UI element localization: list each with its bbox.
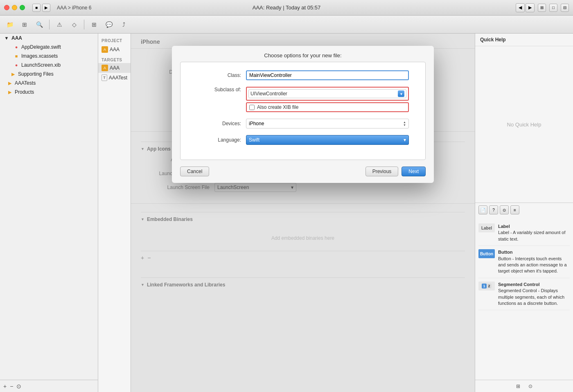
cancel-button[interactable]: Cancel xyxy=(180,167,209,176)
language-value: Swift xyxy=(249,137,259,143)
folder-icon-tests: ▶ xyxy=(7,80,13,86)
share-icon[interactable]: ⤴ xyxy=(117,18,130,31)
attributes-inspector-tab[interactable]: ≡ xyxy=(510,205,519,214)
button-component-text: Button Button - Intercepts touch events … xyxy=(498,249,570,275)
sidebar-item-appdelegate[interactable]: ● AppDelegate.swift xyxy=(0,43,98,52)
dialog-language-row: Language: Swift ▾ xyxy=(197,135,409,145)
segmented-component-description: Segmented Control - Displays multiple se… xyxy=(498,288,570,306)
sidebar-footer: + − ⊙ xyxy=(0,380,98,392)
toolbar-separator-2 xyxy=(84,20,84,29)
identity-inspector-tab[interactable]: ⊙ xyxy=(500,205,509,214)
swift-file-icon: ● xyxy=(13,44,20,50)
device-label: Devices: xyxy=(197,121,246,126)
grid-icon[interactable]: ⊞ xyxy=(18,18,31,31)
remove-file-button[interactable]: − xyxy=(10,383,13,390)
label-component-icon: Label xyxy=(478,223,495,232)
button-component-description: Button - Intercepts touch events and sen… xyxy=(498,256,570,275)
target-icon: A xyxy=(102,65,108,71)
sidebar-project-name: AAA xyxy=(11,35,22,41)
language-label: Language: xyxy=(197,137,246,143)
project-header: PROJECT xyxy=(98,37,131,45)
button-component-icon: Button xyxy=(478,249,495,258)
titlebar: ■ ▶ AAA > iPhone 6 AAA: Ready | Today at… xyxy=(0,0,573,16)
dialog-body: Class: Subclass of: UIViewController xyxy=(180,62,426,160)
nav-target-aaa[interactable]: A AAA xyxy=(98,63,131,73)
layout-split-icon[interactable]: ⊞ xyxy=(88,18,101,31)
previous-button[interactable]: Previous xyxy=(365,167,399,176)
fullscreen-button[interactable] xyxy=(20,5,25,10)
main-layout: ▼ AAA ● AppDelegate.swift ■ Images.xcass… xyxy=(0,34,573,392)
targets-header: TARGETS xyxy=(98,54,131,63)
device-field: iPhone ▲ ▼ xyxy=(246,119,409,128)
asset-icon: ■ xyxy=(13,53,20,59)
xib-checkbox[interactable] xyxy=(249,105,255,110)
bookmark-icon[interactable]: ◇ xyxy=(68,18,81,31)
search-icon[interactable]: 🔍 xyxy=(33,18,46,31)
grid-view-button[interactable]: ⊞ xyxy=(516,383,520,389)
comment-icon[interactable]: 💬 xyxy=(102,18,115,31)
label-component-description: Label - A variably sized amount of stati… xyxy=(498,230,570,242)
segmented-component-text: Segmented Control Segmented Control - Di… xyxy=(498,282,570,307)
nav-target-aaatest[interactable]: T AAATest xyxy=(98,73,131,83)
new-file-dialog: Choose options for your new file: Class:… xyxy=(172,46,434,183)
forward-nav-button[interactable]: ▶ xyxy=(526,3,535,12)
breadcrumb-text: AAA > iPhone 6 xyxy=(57,5,91,11)
layout-button-1[interactable]: ⊞ xyxy=(538,4,546,12)
window-title: AAA: Ready | Today at 05:57 xyxy=(253,5,320,11)
sidebar-item-products[interactable]: ▶ Products xyxy=(0,88,98,97)
stepper-up-icon: ▲ xyxy=(403,121,406,124)
language-field: Swift ▾ xyxy=(246,135,409,145)
titlebar-right: ◀ ▶ ⊞ □ ⊟ xyxy=(516,3,569,12)
device-value: iPhone xyxy=(249,121,264,126)
sidebar-item-label-images: Images.xcassets xyxy=(21,53,58,59)
minimize-button[interactable] xyxy=(12,5,17,10)
sidebar-item-aaatests[interactable]: ▶ AAATests xyxy=(0,79,98,88)
quick-help-content: No Quick Help xyxy=(475,46,573,203)
sidebar-item-label-appdelegate: AppDelegate.swift xyxy=(21,44,61,50)
dialog-footer: Cancel Previous Next xyxy=(172,167,434,183)
device-dropdown[interactable]: iPhone ▲ ▼ xyxy=(246,119,409,128)
library-item-button: Button Button Button - Intercepts touch … xyxy=(478,246,570,278)
sidebar-item-supporting-files[interactable]: ▶ Supporting Files xyxy=(0,70,98,79)
file-inspector-tab[interactable]: 📄 xyxy=(478,205,487,214)
quick-help-tab[interactable]: ? xyxy=(489,205,498,214)
layout-button-3[interactable]: ⊟ xyxy=(561,4,569,12)
nav-project-aaa[interactable]: A AAA xyxy=(98,45,131,54)
folder-icon-supporting: ▶ xyxy=(10,71,16,77)
subclass-field: UIViewController ▾ Also create XIB file xyxy=(246,87,409,112)
class-input[interactable] xyxy=(246,70,409,80)
xib-icon: ● xyxy=(13,62,20,68)
stop-button[interactable]: ■ xyxy=(32,4,41,12)
dialog-nav-buttons: Previous Next xyxy=(365,167,426,176)
language-dropdown[interactable]: Swift ▾ xyxy=(246,135,409,145)
xib-checkbox-row: Also create XIB file xyxy=(246,102,409,112)
filter-button[interactable]: ⊙ xyxy=(16,383,21,390)
back-nav-button[interactable]: ◀ xyxy=(516,3,525,12)
folder-icon-products: ▶ xyxy=(7,89,13,95)
close-button[interactable] xyxy=(4,5,9,10)
class-field xyxy=(246,70,409,80)
sidebar-item-images[interactable]: ■ Images.xcassets xyxy=(0,52,98,61)
toolbar-separator xyxy=(49,20,50,29)
sidebar: ▼ AAA ● AppDelegate.swift ■ Images.xcass… xyxy=(0,34,98,392)
subclass-container: UIViewController ▾ xyxy=(246,87,409,101)
content-main: iPhone Main Interface Main ▾ Device Orie… xyxy=(131,34,475,392)
layout-button-2[interactable]: □ xyxy=(549,4,557,12)
add-file-button[interactable]: + xyxy=(3,383,7,390)
test-target-icon: T xyxy=(102,74,107,81)
dialog-subclass-row: Subclass of: UIViewController ▾ Also cr xyxy=(197,87,409,112)
folder-icon[interactable]: 📁 xyxy=(3,18,16,31)
library-filter-button[interactable]: ⊙ xyxy=(528,383,532,389)
seg-1-icon: 1 xyxy=(482,284,486,288)
subclass-dropdown[interactable]: UIViewController ▾ xyxy=(248,89,406,98)
stepper-down-icon: ▼ xyxy=(403,124,406,126)
next-button[interactable]: Next xyxy=(402,167,426,176)
run-button[interactable]: ▶ xyxy=(42,4,50,12)
seg-2-icon: 2 xyxy=(487,284,492,288)
sidebar-item-launchscreen[interactable]: ● LaunchScreen.xib xyxy=(0,61,98,70)
sidebar-item-label-supporting: Supporting Files xyxy=(18,71,54,77)
sidebar-item-label-launch: LaunchScreen.xib xyxy=(21,62,61,68)
sidebar-item-aaa-group[interactable]: ▼ AAA xyxy=(0,34,98,43)
language-dropdown-arrow-icon: ▾ xyxy=(404,137,406,143)
warning-icon[interactable]: ⚠ xyxy=(53,18,66,31)
